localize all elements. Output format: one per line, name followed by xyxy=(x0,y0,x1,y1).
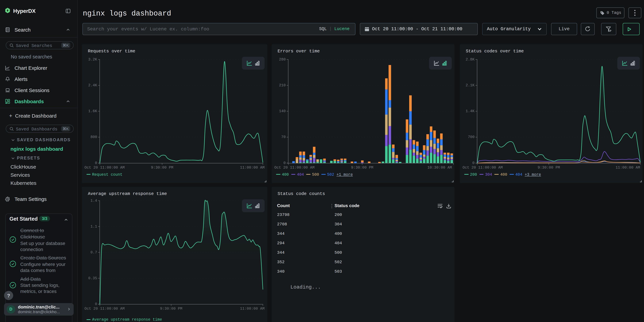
svg-text:70: 70 xyxy=(281,135,286,139)
svg-text:800: 800 xyxy=(90,135,97,139)
svg-text:0: 0 xyxy=(95,161,97,165)
svg-text:0: 0 xyxy=(283,161,286,165)
svg-text:Oct 20 11:00:00 AM: Oct 20 11:00:00 AM xyxy=(84,166,125,170)
svg-text:2.8K: 2.8K xyxy=(466,58,474,62)
svg-text:11:00:00 AM: 11:00:00 AM xyxy=(240,166,264,170)
svg-text:Oct 20 11:00:00 AM: Oct 20 11:00:00 AM xyxy=(84,307,125,311)
svg-text:9:30:00 PM: 9:30:00 PM xyxy=(151,166,173,170)
svg-text:280: 280 xyxy=(279,58,286,62)
svg-text:11:00:00 AM: 11:00:00 AM xyxy=(616,166,640,170)
svg-text:1.6K: 1.6K xyxy=(88,109,97,113)
svg-text:1.1: 1.1 xyxy=(90,224,97,229)
svg-text:140: 140 xyxy=(279,109,286,113)
svg-text:1.4: 1.4 xyxy=(90,199,97,203)
svg-text:Oct 20 11:00:00 AM: Oct 20 11:00:00 AM xyxy=(462,166,502,170)
svg-text:2.4K: 2.4K xyxy=(88,83,97,88)
svg-text:0: 0 xyxy=(95,302,97,306)
svg-text:Oct 20 11:00:00 AM: Oct 20 11:00:00 AM xyxy=(274,166,314,170)
svg-text:0.35: 0.35 xyxy=(88,276,97,280)
svg-text:700: 700 xyxy=(468,135,474,139)
svg-text:9:30:00 PM: 9:30:00 PM xyxy=(538,166,560,170)
svg-text:3.2K: 3.2K xyxy=(88,58,97,62)
svg-text:11:00:00 AM: 11:00:00 AM xyxy=(240,307,264,311)
svg-text:10:30:00 AM: 10:30:00 AM xyxy=(427,166,452,170)
svg-text:9:30:00 PM: 9:30:00 PM xyxy=(160,307,182,311)
svg-text:1.4K: 1.4K xyxy=(466,109,474,113)
svg-text:0.7: 0.7 xyxy=(90,250,97,254)
svg-text:210: 210 xyxy=(279,83,286,88)
svg-text:9:30:00 PM: 9:30:00 PM xyxy=(351,166,373,170)
svg-text:0: 0 xyxy=(472,161,474,165)
svg-text:2.1K: 2.1K xyxy=(466,83,474,88)
